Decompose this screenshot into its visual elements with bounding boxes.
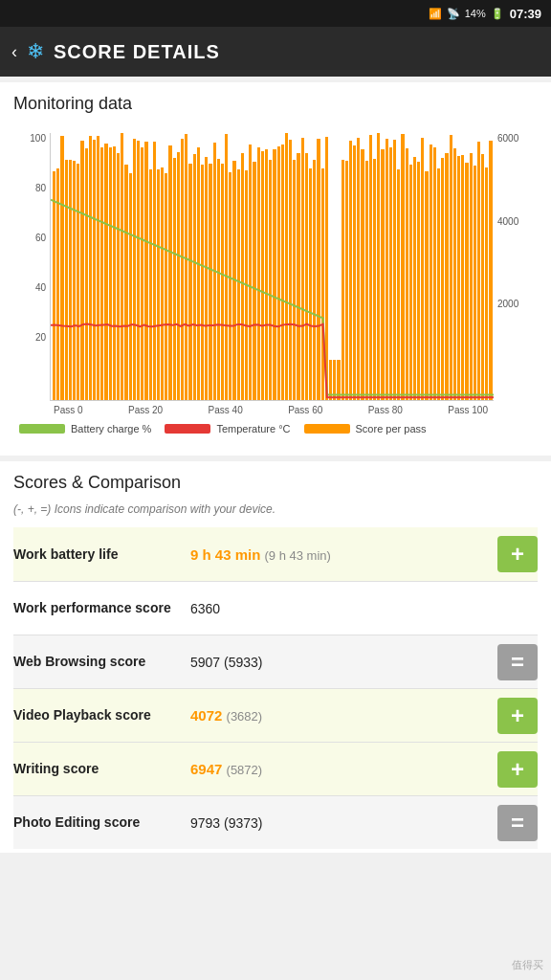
x-axis: Pass 0 Pass 20 Pass 40 Pass 60 Pass 80 P… [19,401,532,415]
score-label: Video Playback score [13,706,190,724]
signal-icon: 📡 [447,8,460,20]
chart-bar [229,172,231,400]
y-label-40: 40 [35,282,46,293]
chart-bar [477,142,480,400]
chart-bar [56,168,59,400]
chart-bar [149,169,152,400]
chart-bar [369,135,372,400]
score-row: Video Playback score4072 (3682)+ [13,688,538,742]
chart-bar [349,141,352,400]
status-icons: 📶 📡 14% 🔋 [429,8,504,20]
score-value: 9793 (9373) [190,815,497,831]
chart-bar [425,171,428,400]
chart-bar [305,153,308,400]
score-row: Work battery life9 h 43 min (9 h 43 min)… [13,527,538,581]
chart-bar [441,158,444,400]
chart-bar [433,147,436,400]
score-value: 4072 (3682) [190,707,497,724]
chart-bar [89,136,92,400]
chart-bar [53,171,55,400]
chart-bar [321,168,324,400]
y-right-2000: 2000 [497,299,518,309]
chart-bar [285,133,288,400]
chart-bar [265,149,268,400]
chart-bar [381,149,384,400]
y-label-20: 20 [35,332,46,343]
chart-bar [293,160,296,400]
chart-bar [413,157,416,400]
chart-bar [73,161,76,400]
chart-bar [430,145,432,400]
scores-title: Scores & Comparison [13,473,538,493]
score-label: Photo Editing score [13,813,190,831]
watermark: 值得买 [512,958,543,972]
status-bar: 📶 📡 14% 🔋 07:39 [0,0,551,27]
chart-bar [77,164,79,400]
app-icon: ❄ [27,39,44,64]
chart-bar [353,145,356,400]
chart-bar [309,168,312,400]
chart-bar [337,360,340,400]
chart-bar [470,153,473,400]
y-right-4000: 4000 [497,216,518,227]
score-row: Work performance score6360 [13,581,538,635]
chart-bar [445,153,448,400]
chart-bar [457,156,460,400]
chart-bar [361,149,364,400]
legend-battery-color [19,424,65,434]
chart-bar [113,146,116,400]
monitoring-card: Monitoring data 100 80 60 40 20 6000 [0,82,551,456]
legend-temp-label: Temperature °C [216,423,290,434]
chart-bar [317,139,320,400]
chart-bar [185,134,187,400]
chart-bar [313,160,316,400]
back-button[interactable]: ‹ [11,42,17,62]
score-value: 5907 (5933) [190,655,497,670]
legend-score-label: Score per pass [356,423,427,434]
chart-bar [153,142,156,400]
chart-bar [117,153,120,400]
chart-bar [161,167,164,400]
chart-inner [50,133,494,401]
chart-bar [461,155,464,400]
wifi-icon: 📶 [429,8,442,20]
bars-container [51,133,494,400]
chart-bar [80,141,83,400]
legend-score: Score per pass [304,423,427,434]
chart-bar [173,158,176,400]
score-badge-plus: + [497,536,538,572]
chart-bar [193,154,196,400]
chart-bar [333,360,336,400]
chart-bar [205,157,208,400]
chart-bar [253,162,255,400]
chart-bar [485,167,488,400]
scores-section: Scores & Comparison (-, +, =) Icons indi… [0,461,551,853]
chart-container: 100 80 60 40 20 6000 4000 2000 [13,123,538,444]
chart-bar [124,165,127,400]
chart-bar [181,139,184,400]
status-time: 07:39 [510,7,541,21]
chart-bar [197,147,200,400]
chart-bar [225,134,228,400]
battery-text: 14% [465,8,486,19]
chart-bar [409,165,412,400]
legend-battery-label: Battery charge % [71,423,151,434]
y-label-80: 80 [35,183,46,193]
score-badge-equal: = [497,644,538,680]
chart-bar [301,138,304,400]
y-label-60: 60 [35,233,46,243]
chart-bar [221,164,224,400]
chart-bar [329,360,332,400]
y-axis-left: 100 80 60 40 20 [19,133,50,401]
y-axis-right: 6000 4000 2000 [494,133,532,401]
chart-bar [65,160,68,400]
app-header: ‹ ❄ SCORE DETAILS [0,27,551,77]
chart-bar [129,173,132,400]
chart-bar [325,137,328,400]
x-label-80: Pass 80 [368,405,403,415]
y-right-6000: 6000 [497,133,518,144]
score-row: Writing score6947 (5872)+ [13,742,538,795]
monitoring-title: Monitoring data [13,94,538,114]
x-label-20: Pass 20 [128,405,163,415]
chart-bar [481,154,484,400]
